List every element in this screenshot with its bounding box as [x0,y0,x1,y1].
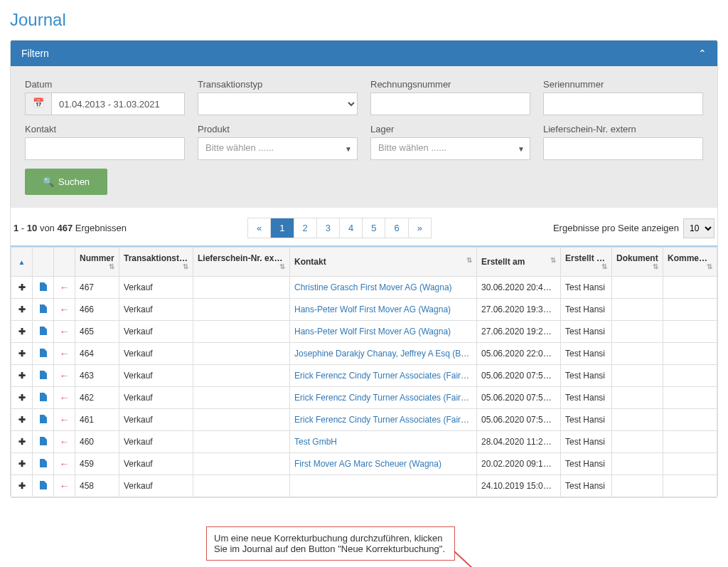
page-link[interactable]: » [409,218,431,238]
cell-dokument [612,387,663,409]
cell-kontakt[interactable]: Erick Ferencz Cindy Turner Associates (F… [290,387,477,409]
column-header[interactable]: Erstellt von⇅ [561,248,612,277]
cell-kontakt[interactable]: Erick Ferencz Cindy Turner Associates (F… [290,409,477,431]
perpage-select[interactable]: 10 [683,218,714,238]
page-link[interactable]: 6 [385,218,407,238]
cell-erstellt-am: 28.04.2020 11:26:59 [477,431,561,453]
column-header[interactable]: Nummer⇅ [75,248,119,277]
document-icon[interactable] [40,415,47,423]
filter-heading[interactable]: Filtern ⌃ [11,41,717,66]
perpage-label: Ergebnisse pro Seite anzeigen [553,223,679,233]
cell-erstellt-am: 05.06.2020 22:02:21 [477,343,561,365]
page-link[interactable]: 3 [317,218,339,238]
cell-kontakt[interactable]: Hans-Peter Wolf First Mover AG (Wagna) [290,321,477,343]
cell-dokument [612,343,663,365]
document-icon[interactable] [40,437,47,445]
arrow-left-icon[interactable]: ← [60,326,70,337]
document-icon[interactable] [40,327,47,335]
cell-kontakt[interactable]: Hans-Peter Wolf First Mover AG (Wagna) [290,299,477,321]
column-header[interactable]: Dokument⇅ [612,248,663,277]
expand-icon[interactable]: ✚ [17,437,27,447]
expand-icon[interactable]: ✚ [17,481,27,491]
document-icon[interactable] [40,393,47,401]
cell-kontakt[interactable]: Josephine Darakjy Chanay, Jeffrey A Esq … [290,343,477,365]
cell-ext [193,431,290,453]
ext-delivery-input[interactable] [543,137,703,160]
arrow-left-icon[interactable]: ← [60,458,70,470]
cell-kontakt[interactable] [290,475,477,497]
cell-typ: Verkauf [119,431,193,453]
product-select[interactable]: Bitte wählen ...... [198,137,358,160]
cell-erstellt-am: 27.06.2020 19:28:23 [477,321,561,343]
expand-icon[interactable]: ✚ [17,371,27,381]
search-button[interactable]: 🔍 Suchen [25,169,107,195]
cell-ext [193,387,290,409]
document-icon[interactable] [40,349,47,357]
cell-nummer: 464 [75,343,119,365]
arrow-left-icon[interactable]: ← [60,370,70,381]
column-header[interactable]: Lieferschein-Nr. extern⇅ [193,248,290,277]
cell-kommentar [663,431,717,453]
cell-erstellt-von: Test Hansi [561,343,612,365]
table-row: ✚←464VerkaufJosephine Darakjy Chanay, Je… [11,343,717,365]
cell-kontakt[interactable]: Christine Grasch First Mover AG (Wagna) [290,277,477,299]
warehouse-select[interactable]: Bitte wählen ...... [370,137,530,160]
serial-no-label: Seriennummer [543,79,703,90]
cell-ext [193,365,290,387]
document-icon[interactable] [40,304,47,313]
cell-typ: Verkauf [119,343,193,365]
chevron-up-icon[interactable]: ⌃ [698,48,707,59]
arrow-left-icon[interactable]: ← [60,414,70,425]
document-icon[interactable] [40,282,47,291]
column-header[interactable]: Transaktionstyp⇅ [119,248,193,277]
cell-typ: Verkauf [119,365,193,387]
table-row: ✚←463VerkaufErick Ferencz Cindy Turner A… [11,365,717,387]
document-icon[interactable] [40,481,47,489]
cell-erstellt-am: 24.10.2019 15:05:54 [477,475,561,497]
cell-kommentar [663,409,717,431]
invoice-no-input[interactable] [370,92,530,115]
journal-table: ▲Nummer⇅Transaktionstyp⇅Lieferschein-Nr.… [11,247,717,497]
expand-icon[interactable]: ✚ [17,327,27,337]
calendar-icon[interactable]: 📅 [25,92,51,115]
column-header[interactable] [54,248,75,277]
expand-icon[interactable]: ✚ [17,304,27,314]
page-link[interactable]: « [248,218,270,238]
arrow-left-icon[interactable]: ← [60,480,70,492]
cell-dokument [612,431,663,453]
page-link[interactable]: 2 [294,218,316,238]
expand-icon[interactable]: ✚ [17,282,27,292]
arrow-left-icon[interactable]: ← [60,304,70,315]
cell-kommentar [663,365,717,387]
column-header[interactable]: ▲ [11,248,33,277]
arrow-left-icon[interactable]: ← [60,392,70,403]
cell-kontakt[interactable]: First Mover AG Marc Scheuer (Wagna) [290,453,477,475]
page-link[interactable]: 5 [363,218,385,238]
column-header[interactable]: Kommentar⇅ [663,248,717,277]
cell-erstellt-am: 05.06.2020 07:53:02 [477,409,561,431]
document-icon[interactable] [40,459,47,467]
page-link[interactable]: 4 [340,218,362,238]
document-icon[interactable] [40,371,47,379]
cell-erstellt-von: Test Hansi [561,387,612,409]
column-header[interactable]: Erstellt am⇅ [477,248,561,277]
expand-icon[interactable]: ✚ [17,459,27,469]
expand-icon[interactable]: ✚ [17,415,27,425]
expand-icon[interactable]: ✚ [17,349,27,359]
arrow-left-icon[interactable]: ← [60,282,70,293]
serial-no-input[interactable] [543,92,703,115]
cell-kontakt[interactable]: Erick Ferencz Cindy Turner Associates (F… [290,365,477,387]
arrow-left-icon[interactable]: ← [60,348,70,359]
column-header[interactable]: Kontakt⇅ [290,248,477,277]
column-header[interactable] [33,248,54,277]
cell-erstellt-von: Test Hansi [561,431,612,453]
date-input[interactable] [51,92,185,115]
transaction-type-select[interactable] [198,92,358,115]
cell-kontakt[interactable]: Test GmbH [290,431,477,453]
cell-typ: Verkauf [119,321,193,343]
contact-input[interactable] [25,137,185,160]
arrow-left-icon[interactable]: ← [60,436,70,447]
expand-icon[interactable]: ✚ [17,393,27,403]
page-link[interactable]: 1 [271,218,293,238]
product-label: Produkt [198,124,358,134]
